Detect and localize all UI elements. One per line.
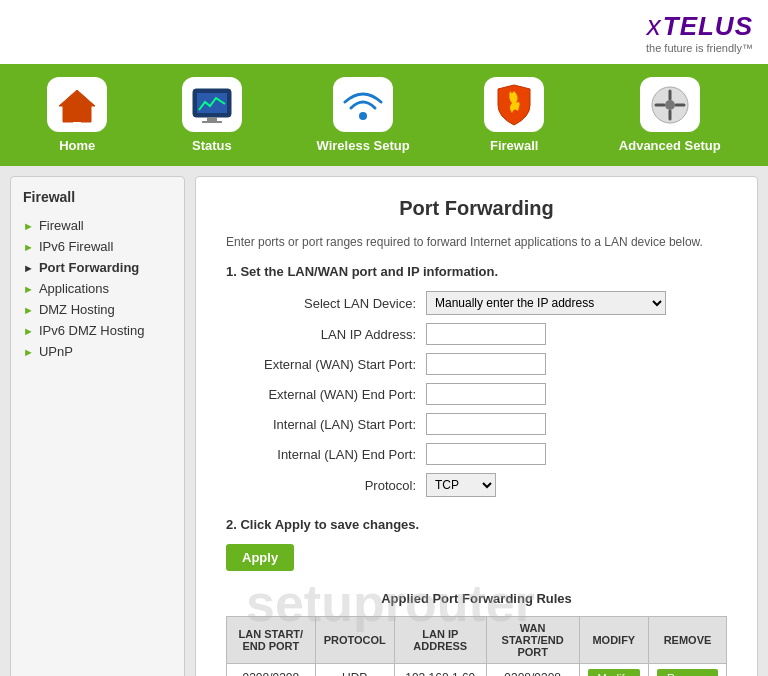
col-remove: REMOVE <box>649 617 727 664</box>
svg-rect-1 <box>72 112 82 122</box>
nav-item-advanced[interactable]: Advanced Setup <box>604 72 736 158</box>
nav-item-wireless[interactable]: Wireless Setup <box>302 72 425 158</box>
status-icon <box>191 86 233 124</box>
wan-end-row: External (WAN) End Port: <box>226 383 727 405</box>
nav-wireless-label: Wireless Setup <box>317 138 410 153</box>
lan-ip-label: LAN IP Address: <box>226 327 426 342</box>
home-icon-box <box>47 77 107 132</box>
sidebar-item-dmz[interactable]: ► DMZ Hosting <box>23 299 172 320</box>
firewall-icon-box <box>484 77 544 132</box>
wan-end-input[interactable] <box>426 383 546 405</box>
page-description: Enter ports or port ranges required to f… <box>226 235 727 249</box>
nav-advanced-label: Advanced Setup <box>619 138 721 153</box>
remove-button[interactable]: Remove <box>657 669 718 676</box>
sidebar-label-dmz: DMZ Hosting <box>39 302 115 317</box>
firewall-icon <box>492 83 536 127</box>
logo-text: TELUS <box>663 11 753 42</box>
arrow-icon-ipv6-dmz: ► <box>23 325 34 337</box>
nav-home-label: Home <box>59 138 95 153</box>
sidebar-label-ipv6-dmz: IPv6 DMZ Hosting <box>39 323 144 338</box>
col-protocol: PROTOCOL <box>315 617 394 664</box>
main-layout: Firewall ► Firewall ► IPv6 Firewall ► Po… <box>0 166 768 676</box>
rules-table: LAN START/ END PORT PROTOCOL LAN IP ADDR… <box>226 616 727 676</box>
advanced-icon-box <box>640 77 700 132</box>
sidebar-label-applications: Applications <box>39 281 109 296</box>
cell-protocol: UDP <box>315 664 394 677</box>
home-icon <box>57 86 97 124</box>
sidebar-item-firewall[interactable]: ► Firewall <box>23 215 172 236</box>
wan-end-label: External (WAN) End Port: <box>226 387 426 402</box>
lan-start-row: Internal (LAN) Start Port: <box>226 413 727 435</box>
sidebar-item-port-forwarding[interactable]: ► Port Forwarding <box>23 257 172 278</box>
arrow-icon-ipv6-firewall: ► <box>23 241 34 253</box>
content-area: setuprouter Port Forwarding Enter ports … <box>195 176 758 676</box>
nav-firewall-label: Firewall <box>490 138 538 153</box>
select-lan-row: Select LAN Device: Manually enter the IP… <box>226 291 727 315</box>
svg-rect-4 <box>207 117 217 121</box>
sidebar-item-applications[interactable]: ► Applications <box>23 278 172 299</box>
sidebar-item-ipv6-firewall[interactable]: ► IPv6 Firewall <box>23 236 172 257</box>
cell-modify: Modify <box>579 664 648 677</box>
lan-end-label: Internal (LAN) End Port: <box>226 447 426 462</box>
svg-point-12 <box>665 100 675 110</box>
col-modify: MODIFY <box>579 617 648 664</box>
sidebar-label-ipv6-firewall: IPv6 Firewall <box>39 239 113 254</box>
nav-status-label: Status <box>192 138 232 153</box>
arrow-icon-firewall: ► <box>23 220 34 232</box>
wireless-icon-box <box>333 77 393 132</box>
sidebar-label-port-forwarding: Port Forwarding <box>39 260 139 275</box>
sidebar-title: Firewall <box>23 189 172 205</box>
nav-item-home[interactable]: Home <box>32 72 122 158</box>
arrow-icon-dmz: ► <box>23 304 34 316</box>
step2-header: 2. Click Apply to save changes. <box>226 517 727 532</box>
status-icon-box <box>182 77 242 132</box>
sidebar-item-upnp[interactable]: ► UPnP <box>23 341 172 362</box>
page-title: Port Forwarding <box>226 197 727 220</box>
protocol-select[interactable]: TCP UDP Both <box>426 473 496 497</box>
sidebar-label-firewall: Firewall <box>39 218 84 233</box>
select-lan-device[interactable]: Manually enter the IP address <box>426 291 666 315</box>
arrow-icon-applications: ► <box>23 283 34 295</box>
lan-ip-input[interactable] <box>426 323 546 345</box>
sidebar-item-ipv6-dmz[interactable]: ► IPv6 DMZ Hosting <box>23 320 172 341</box>
table-header-row: LAN START/ END PORT PROTOCOL LAN IP ADDR… <box>227 617 727 664</box>
col-lan-port: LAN START/ END PORT <box>227 617 316 664</box>
svg-rect-5 <box>202 121 222 123</box>
wan-start-label: External (WAN) Start Port: <box>226 357 426 372</box>
wan-start-row: External (WAN) Start Port: <box>226 353 727 375</box>
arrow-icon-upnp: ► <box>23 346 34 358</box>
advanced-icon <box>648 83 692 127</box>
header: x​ TELUS the future is friendly™ <box>0 0 768 64</box>
col-lan-ip: LAN IP ADDRESS <box>394 617 486 664</box>
logo-tagline: the future is friendly™ <box>646 42 753 54</box>
lan-end-row: Internal (LAN) End Port: <box>226 443 727 465</box>
cell-lan-port: 9308/9308 <box>227 664 316 677</box>
cell-remove: Remove <box>649 664 727 677</box>
arrow-icon-port-forwarding: ► <box>23 262 34 274</box>
table-row: 9308/9308 UDP 192.168.1.69 9308/9308 Mod… <box>227 664 727 677</box>
lan-ip-row: LAN IP Address: <box>226 323 727 345</box>
logo: x​ TELUS the future is friendly™ <box>646 10 753 54</box>
rules-title: Applied Port Forwarding Rules <box>226 591 727 606</box>
wan-start-input[interactable] <box>426 353 546 375</box>
apply-button[interactable]: Apply <box>226 544 294 571</box>
lan-start-input[interactable] <box>426 413 546 435</box>
select-lan-label: Select LAN Device: <box>226 296 426 311</box>
cell-wan-port: 9308/9308 <box>486 664 579 677</box>
lan-start-label: Internal (LAN) Start Port: <box>226 417 426 432</box>
protocol-row: Protocol: TCP UDP Both <box>226 473 727 497</box>
cell-lan-ip: 192.168.1.69 <box>394 664 486 677</box>
nav-bar: Home Status Wireless Setup <box>0 64 768 166</box>
col-wan-port: WAN START/END PORT <box>486 617 579 664</box>
svg-point-6 <box>359 112 367 120</box>
lan-end-input[interactable] <box>426 443 546 465</box>
step1-header: 1. Set the LAN/WAN port and IP informati… <box>226 264 727 279</box>
sidebar-label-upnp: UPnP <box>39 344 73 359</box>
nav-item-firewall[interactable]: Firewall <box>469 72 559 158</box>
wireless-icon <box>341 86 385 124</box>
nav-item-status[interactable]: Status <box>167 72 257 158</box>
sidebar: Firewall ► Firewall ► IPv6 Firewall ► Po… <box>10 176 185 676</box>
protocol-label: Protocol: <box>226 478 426 493</box>
modify-button[interactable]: Modify <box>588 669 640 676</box>
